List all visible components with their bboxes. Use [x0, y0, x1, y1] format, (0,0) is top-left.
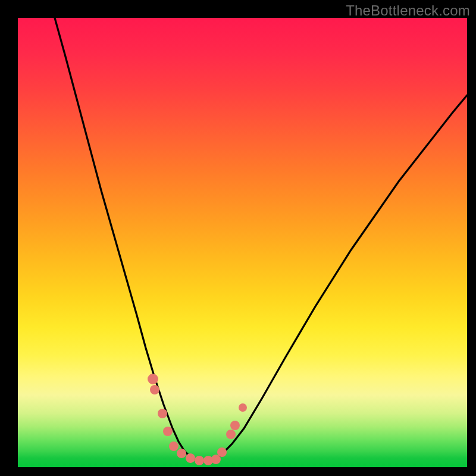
marker-left-cluster	[158, 409, 167, 418]
marker-right-cluster	[226, 430, 236, 439]
curve-layer	[18, 18, 467, 467]
marker-right-cluster	[239, 403, 247, 412]
marker-bottom-bar	[177, 449, 186, 458]
bottleneck-curve	[55, 18, 467, 461]
marker-bottom-bar	[169, 441, 178, 451]
marker-right-cluster	[230, 421, 240, 430]
marker-left-cluster	[148, 374, 158, 384]
chart-frame: TheBottleneck.com	[0, 0, 476, 476]
plot-area	[18, 18, 467, 467]
highlight-markers	[148, 374, 247, 465]
marker-right-cluster	[217, 447, 227, 457]
marker-left-cluster	[163, 427, 173, 436]
marker-bottom-bar	[186, 453, 195, 463]
marker-left-cluster	[150, 385, 159, 394]
marker-bottom-bar	[195, 456, 204, 465]
watermark-text: TheBottleneck.com	[346, 2, 470, 19]
